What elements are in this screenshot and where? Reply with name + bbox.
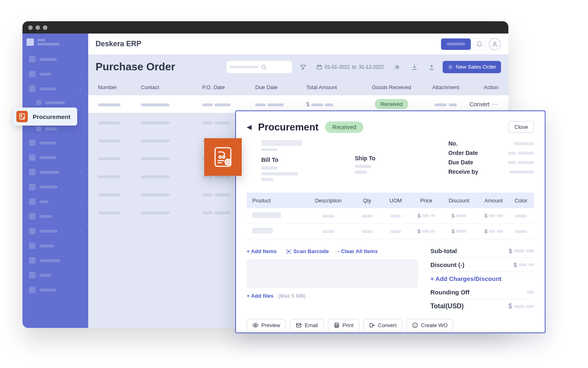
billto-section: Bill To — [261, 140, 343, 184]
procurement-label: Procurement — [33, 113, 71, 120]
sidebar-item[interactable]: › — [27, 195, 84, 208]
back-caret-icon[interactable]: ◀ — [247, 123, 252, 131]
sidebar-item[interactable] — [27, 284, 84, 296]
sidebar-item[interactable] — [27, 53, 84, 65]
brand[interactable] — [27, 38, 84, 46]
th-goods[interactable]: Goods Received — [359, 84, 424, 90]
sidebar-item-procurement[interactable]: Procurement — [13, 108, 77, 126]
shipto-section: Ship To — [355, 140, 436, 184]
th-due[interactable]: Due Date — [253, 84, 304, 90]
sidebar-item[interactable] — [27, 210, 84, 222]
add-files-hint: (Max 5 MB) — [278, 293, 305, 299]
sidebar-item[interactable]: › — [27, 68, 84, 80]
ih-uom: UOM — [381, 197, 410, 204]
app-title: Deskera ERP — [96, 40, 141, 48]
date-range[interactable]: 01-01-2022 to 31-12-2022 — [314, 61, 386, 73]
sidebar-item[interactable] — [27, 240, 84, 252]
sidebar-item[interactable] — [27, 151, 84, 164]
meta-no-label: No. — [448, 140, 485, 147]
add-items-button[interactable]: + Add Items — [247, 248, 277, 254]
filter-icon[interactable] — [297, 61, 309, 73]
svg-point-4 — [450, 66, 451, 68]
ih-qty: Qty — [353, 197, 381, 204]
sidebar: › ⌄ › › › — [22, 34, 88, 328]
arrow-export-icon — [369, 322, 375, 328]
gear-icon[interactable] — [391, 61, 403, 73]
user-avatar[interactable] — [489, 38, 501, 50]
plus-gear-icon — [448, 64, 453, 70]
more-icon[interactable]: ⋯ — [492, 101, 499, 108]
ih-discount: Discount — [443, 197, 475, 204]
procurement-large-icon — [204, 138, 242, 176]
search-input[interactable] — [227, 61, 292, 73]
create-wo-button[interactable]: Create WO — [406, 319, 453, 332]
eye-icon — [252, 322, 258, 328]
window-max-dot[interactable] — [43, 25, 47, 30]
sidebar-item[interactable] — [27, 137, 84, 149]
panel-action-bar: Preview Email Print Convert Create WO — [247, 319, 534, 332]
add-files-button[interactable]: + Add files — [247, 293, 274, 299]
barcode-icon — [286, 249, 292, 254]
svg-rect-2 — [317, 65, 322, 69]
th-number[interactable]: Number — [96, 84, 138, 90]
sum-discount-label: Discount (-) — [430, 261, 514, 268]
sidebar-subitem[interactable] — [27, 97, 84, 108]
preview-button[interactable]: Preview — [247, 319, 286, 332]
clear-all-button[interactable]: - Clear All Items — [338, 248, 378, 254]
email-button[interactable]: Email — [290, 319, 324, 332]
add-charges-button[interactable]: + Add Charges/Discount — [430, 275, 534, 282]
date-from: 01-01-2022 — [325, 64, 350, 70]
svg-rect-18 — [370, 323, 372, 327]
th-podate[interactable]: P.O. Date — [200, 84, 253, 90]
ih-product: Product — [247, 197, 304, 204]
sidebar-item[interactable] — [27, 269, 84, 281]
convert-button[interactable]: Convert ⋯ — [470, 101, 499, 108]
sidebar-item[interactable]: › — [27, 166, 84, 178]
ih-price: Price — [410, 197, 443, 204]
svg-point-3 — [396, 66, 398, 68]
topbar-primary-button[interactable] — [441, 38, 471, 50]
meta-orderdate-label: Order Date — [448, 150, 485, 156]
new-sales-order-button[interactable]: New Sales Order — [443, 61, 501, 73]
svg-point-10 — [223, 156, 225, 158]
window-min-dot[interactable] — [36, 25, 40, 30]
status-badge: Received — [375, 99, 408, 109]
svg-point-7 — [23, 118, 24, 119]
meta-section: No. Order Date Due Date Receive by — [448, 140, 534, 184]
sidebar-item[interactable] — [27, 181, 84, 193]
item-row[interactable]: $ $ $ — [247, 208, 534, 224]
chevron-right-icon: › — [81, 229, 82, 233]
date-to-label: to — [352, 64, 356, 70]
meta-receiveby-label: Receive by — [448, 168, 485, 175]
bell-icon[interactable] — [473, 38, 486, 50]
sidebar-item[interactable]: ⌄ — [27, 83, 84, 95]
item-row[interactable]: $ $ $ — [247, 224, 534, 239]
svg-point-12 — [227, 162, 229, 163]
topbar: Deskera ERP — [88, 34, 508, 55]
sidebar-item[interactable] — [27, 254, 84, 267]
window-close-dot[interactable] — [28, 25, 33, 30]
close-button[interactable]: Close — [508, 121, 534, 133]
page-title: Purchase Order — [96, 61, 175, 73]
scan-barcode-button[interactable]: Scan Barcode — [286, 248, 329, 254]
th-action[interactable]: Action — [467, 84, 501, 90]
mail-icon — [296, 322, 302, 328]
svg-point-9 — [219, 156, 221, 158]
notes-textarea[interactable] — [247, 259, 418, 288]
th-contact[interactable]: Contact — [138, 84, 200, 90]
items-table: Product Description Qty UOM Price Discou… — [247, 193, 534, 239]
summary-section: Sub-total$ Discount (-)$ + Add Charges/D… — [430, 244, 534, 313]
shipto-label: Ship To — [355, 155, 436, 162]
print-button[interactable]: Print — [328, 319, 359, 332]
download-icon[interactable] — [408, 61, 421, 73]
th-total[interactable]: Total Amount — [304, 84, 359, 90]
procurement-icon — [16, 111, 28, 122]
convert-button[interactable]: Convert — [363, 319, 403, 332]
items-header-row: Product Description Qty UOM Price Discou… — [247, 193, 534, 208]
svg-point-0 — [494, 42, 496, 44]
sidebar-item[interactable]: › — [27, 225, 84, 237]
chevron-right-icon: › — [81, 199, 82, 204]
th-attachment[interactable]: Attachment — [424, 84, 467, 90]
export-icon[interactable] — [425, 61, 438, 73]
window-titlebar — [22, 21, 508, 34]
